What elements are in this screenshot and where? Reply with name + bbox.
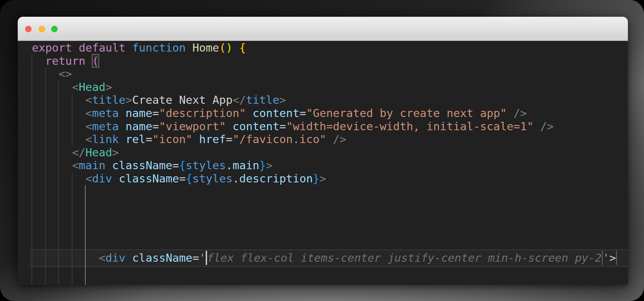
code-token: . <box>232 172 239 185</box>
code-token: div <box>106 251 126 264</box>
code-token: className <box>132 251 193 264</box>
code-token: = <box>152 120 159 133</box>
code-token: /> <box>540 120 554 133</box>
code-token: description <box>239 172 313 185</box>
code-token: Create Next App <box>132 93 233 106</box>
code-token: < <box>85 172 92 185</box>
code-token: div <box>92 172 112 185</box>
code-token: < <box>85 133 92 146</box>
code-token: ' <box>199 251 206 264</box>
code-token <box>232 41 239 54</box>
code-line: <link rel="icon" href="/favicon.ico" /> <box>32 133 346 146</box>
code-token: styles <box>186 159 226 172</box>
code-token <box>32 81 72 93</box>
code-token: . <box>226 159 232 172</box>
code-area[interactable]: export default function Home() { return … <box>18 41 628 285</box>
code-line: <title>Create Next App</title> <box>32 93 286 107</box>
code-token: meta <box>92 107 119 120</box>
code-token: /> <box>514 107 527 120</box>
code-token: </ <box>72 146 86 159</box>
window-titlebar[interactable] <box>18 17 628 41</box>
code-token: > <box>126 93 132 106</box>
code-token <box>534 120 540 133</box>
code-token: = <box>299 107 306 120</box>
code-token: < <box>99 251 106 264</box>
code-token <box>106 159 112 172</box>
code-token <box>193 133 199 146</box>
code-token: > <box>609 251 616 264</box>
code-token <box>246 107 253 120</box>
app-window: export default function Home() { return … <box>18 17 628 285</box>
code-token: main <box>232 159 259 172</box>
code-token: "Generated by create next app" <box>306 107 507 120</box>
code-token <box>326 133 333 146</box>
code-token: < <box>85 120 92 133</box>
code-token: styles <box>193 172 233 185</box>
code-token: "/favicon.ico" <box>232 133 326 146</box>
code-token: name <box>126 107 152 120</box>
close-button[interactable] <box>25 26 32 32</box>
code-token <box>32 172 85 185</box>
zoom-button[interactable] <box>51 26 58 32</box>
code-token <box>119 133 126 146</box>
code-token <box>32 146 72 159</box>
code-token: main <box>79 159 105 172</box>
suggestion-boundary-bar <box>616 251 617 265</box>
code-token: = <box>172 159 179 172</box>
text-cursor <box>206 251 207 265</box>
code-token: < <box>85 107 92 120</box>
minimize-button[interactable] <box>39 26 45 32</box>
code-line: <meta name="viewport" content="width=dev… <box>32 120 554 133</box>
code-token: = <box>226 133 232 146</box>
code-token: > <box>112 146 119 159</box>
code-token: return <box>45 54 86 67</box>
suggestion-boundary-bar <box>602 251 603 265</box>
code-token: content <box>232 120 279 133</box>
code-token: () <box>219 41 233 54</box>
code-token: href <box>199 133 226 146</box>
code-line: <div className={styles.description}> <box>32 172 326 185</box>
code-token: <> <box>59 67 72 80</box>
code-token <box>32 54 45 67</box>
code-token: "viewport" <box>159 120 226 133</box>
code-token: title <box>246 93 279 106</box>
code-token: < <box>85 93 92 106</box>
code-token <box>32 107 85 120</box>
code-token: > <box>106 81 112 93</box>
code-token <box>186 41 193 54</box>
code-token: = <box>152 107 159 120</box>
code-token: { <box>186 172 193 185</box>
code-token <box>112 172 119 185</box>
code-token: ' <box>603 251 610 264</box>
code-line: return ( <box>32 54 99 68</box>
code-token: Home <box>193 41 219 54</box>
code-token: ( <box>92 54 99 67</box>
code-token: /> <box>333 133 346 146</box>
code-token: > <box>319 172 326 185</box>
code-token: { <box>179 159 186 172</box>
code-token <box>507 107 514 120</box>
code-line: export default function Home() { <box>32 41 246 54</box>
code-token: name <box>126 120 152 133</box>
code-token: "icon" <box>152 133 193 146</box>
code-token: } <box>259 159 266 172</box>
code-token: function <box>132 41 186 54</box>
code-token: rel <box>126 133 146 146</box>
code-line: </Head> <box>32 146 119 159</box>
code-token <box>119 120 126 133</box>
code-token: } <box>313 172 319 185</box>
code-line-current: <div className='flex flex-col items-cent… <box>32 251 617 265</box>
code-token: meta <box>92 120 119 133</box>
code-token: export default <box>32 41 126 54</box>
code-token: </ <box>232 93 246 106</box>
code-token <box>126 251 132 264</box>
code-token: Head <box>85 146 112 159</box>
code-token: className <box>119 172 179 185</box>
code-token <box>85 54 92 67</box>
code-token: = <box>146 133 152 146</box>
code-token: > <box>279 93 286 106</box>
inline-suggestion-ghost-text: flex flex-col items-center justify-cente… <box>207 251 601 264</box>
code-token: "width=device-width, initial-scale=1" <box>286 120 534 133</box>
code-line: <meta name="description" content="Genera… <box>32 107 527 120</box>
code-token: title <box>92 93 126 106</box>
